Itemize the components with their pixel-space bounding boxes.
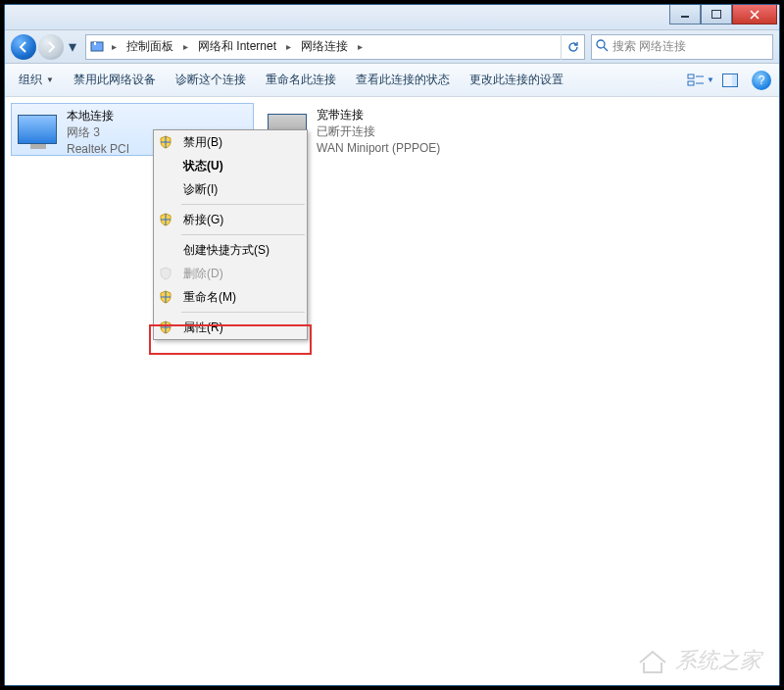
connection-device: Realtek PCI [67, 141, 129, 158]
ctx-bridge[interactable]: 桥接(G) [154, 208, 307, 231]
minimize-button[interactable] [669, 5, 701, 25]
separator [181, 234, 305, 235]
window-buttons [669, 5, 777, 25]
chevron-right-icon: ▸ [179, 41, 192, 52]
address-bar: ▾ ▸ 控制面板 ▸ 网络和 Internet ▸ 网络连接 ▸ 搜索 网络连接 [5, 30, 779, 64]
search-placeholder: 搜索 网络连接 [612, 38, 686, 55]
separator [181, 312, 305, 313]
shield-icon [159, 290, 172, 304]
forward-button[interactable] [38, 34, 64, 60]
nav-buttons: ▾ [11, 34, 79, 60]
context-menu: 禁用(B) 状态(U) 诊断(I) 桥接(G) 创建快捷方式(S) 删除(D) … [153, 129, 308, 340]
rename-connection-button[interactable]: 重命名此连接 [256, 68, 346, 92]
connection-device: WAN Miniport (PPPOE) [317, 140, 440, 157]
preview-pane-button[interactable] [716, 69, 744, 92]
ctx-diagnose[interactable]: 诊断(I) [154, 177, 307, 201]
svg-rect-0 [681, 16, 689, 18]
change-settings-button[interactable]: 更改此连接的设置 [460, 68, 573, 92]
svg-rect-5 [688, 74, 694, 78]
breadcrumb-network-connections[interactable]: 网络连接 [295, 35, 354, 59]
breadcrumb-control-panel[interactable]: 控制面板 [121, 35, 179, 59]
ctx-delete: 删除(D) [154, 262, 307, 285]
command-toolbar: 组织▼ 禁用此网络设备 诊断这个连接 重命名此连接 查看此连接的状态 更改此连接… [5, 64, 779, 97]
explorer-window: ▾ ▸ 控制面板 ▸ 网络和 Internet ▸ 网络连接 ▸ 搜索 网络连接 [4, 4, 780, 686]
diagnose-button[interactable]: 诊断这个连接 [166, 68, 256, 92]
chevron-right-icon: ▸ [354, 41, 367, 52]
svg-point-4 [597, 40, 605, 48]
refresh-button[interactable] [561, 34, 584, 60]
shield-icon [159, 320, 172, 334]
nav-history-dropdown[interactable]: ▾ [66, 37, 79, 57]
svg-rect-6 [688, 81, 694, 85]
svg-rect-2 [91, 42, 103, 51]
ctx-status[interactable]: 状态(U) [154, 154, 307, 177]
connection-title: 本地连接 [67, 108, 129, 124]
connection-title: 宽带连接 [317, 107, 440, 123]
back-button[interactable] [11, 34, 36, 60]
view-options-button[interactable]: ▼ [687, 69, 714, 92]
ctx-create-shortcut[interactable]: 创建快捷方式(S) [154, 238, 307, 262]
ctx-properties[interactable]: 属性(R) [154, 316, 307, 339]
titlebar [5, 5, 779, 30]
search-input[interactable]: 搜索 网络连接 [591, 34, 773, 60]
watermark: 系统之家 [636, 646, 761, 675]
disable-device-button[interactable]: 禁用此网络设备 [64, 68, 166, 92]
help-button[interactable]: ? [752, 71, 771, 90]
connection-network: 网络 3 [67, 124, 129, 141]
chevron-right-icon: ▸ [282, 41, 295, 52]
ctx-rename[interactable]: 重命名(M) [154, 285, 307, 309]
shield-icon [159, 267, 172, 280]
chevron-down-icon: ▼ [707, 75, 714, 84]
toolbar-right: ▼ ? [687, 69, 775, 92]
separator [181, 204, 305, 205]
ctx-disable[interactable]: 禁用(B) [154, 130, 307, 154]
connection-status: 已断开连接 [317, 123, 440, 140]
network-adapter-icon [16, 108, 59, 151]
breadcrumb[interactable]: ▸ 控制面板 ▸ 网络和 Internet ▸ 网络连接 ▸ [85, 34, 585, 60]
location-icon [86, 39, 108, 55]
close-button[interactable] [732, 5, 777, 25]
maximize-button[interactable] [701, 5, 732, 25]
shield-icon [159, 135, 172, 149]
svg-rect-3 [94, 42, 96, 45]
shield-icon [159, 213, 172, 226]
chevron-down-icon: ▼ [46, 75, 54, 84]
svg-rect-1 [712, 11, 721, 19]
breadcrumb-network-internet[interactable]: 网络和 Internet [192, 35, 282, 59]
search-icon [596, 39, 609, 55]
organize-button[interactable]: 组织▼ [9, 68, 64, 92]
view-status-button[interactable]: 查看此连接的状态 [346, 68, 460, 92]
chevron-right-icon: ▸ [108, 41, 121, 52]
svg-rect-8 [732, 74, 737, 86]
content-pane: 本地连接 网络 3 Realtek PCI 宽带连接 已断开连接 WAN Min… [5, 97, 779, 685]
